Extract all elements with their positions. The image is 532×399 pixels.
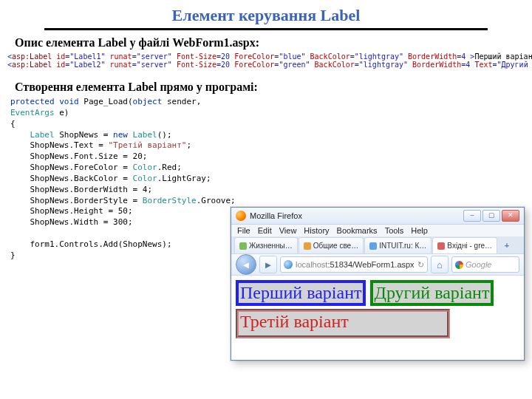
favicon-icon [437,242,445,250]
menu-tools[interactable]: Tools [385,226,404,235]
search-box[interactable]: Google [451,256,519,273]
menu-bookmarks[interactable]: Bookmarks [337,226,378,235]
tab-4[interactable]: Вхідні - gre… [432,237,497,253]
tab-strip: Жизненны… Общие све… INTUIT.ru: К… Вхідн… [231,237,524,254]
title-divider [44,28,488,30]
favicon-icon [304,242,311,250]
google-icon [455,261,463,269]
aspx-code-block: <asp:Label id="Label1" runat="server" Fo… [7,52,525,69]
window-title: Mozilla Firefox [250,211,463,220]
url-host: localhost [296,260,327,269]
section-csharp-creation: Створення елемента Label прямо у програм… [15,81,532,94]
label-second-variant: Другий варіант [370,280,494,306]
tab-1[interactable]: Жизненны… [234,237,298,253]
tab-label: INTUIT.ru: К… [379,242,426,250]
globe-icon [284,260,293,269]
window-titlebar[interactable]: Mozilla Firefox – ▢ ✕ [231,208,524,225]
slide-title: Елемент керування Label [0,6,532,25]
close-button[interactable]: ✕ [502,210,519,222]
search-placeholder: Google [466,260,491,269]
csharp-code-block: protected void Page_Load(object sender, … [10,97,232,262]
url-path: :51834/WebForm1.aspx [327,260,414,269]
maximize-button[interactable]: ▢ [482,210,500,222]
favicon-icon [239,242,247,250]
tab-label: Жизненны… [249,242,293,250]
label-third-variant: Третій варіант [236,309,450,338]
section-aspx-description: Опис елемента Label у файлі WebForm1.asp… [15,36,532,50]
menu-edit[interactable]: Edit [258,226,272,235]
back-button[interactable]: ◄ [236,254,256,275]
label-first-variant: Перший варіант [236,280,366,306]
forward-button[interactable]: ► [259,256,277,273]
favicon-icon [369,242,377,250]
aspx-line-2: <asp:Label id="Label2" runat="server" Fo… [7,61,525,69]
menu-bar: File Edit View History Bookmarks Tools H… [231,225,524,237]
tab-3[interactable]: INTUIT.ru: К… [364,237,432,253]
menu-help[interactable]: Help [411,226,428,235]
firefox-icon [236,211,246,221]
nav-toolbar: ◄ ► localhost:51834/WebForm1.aspx ↻ ☆ ⌂ … [231,254,524,276]
bookmark-star-icon[interactable]: ☆ [426,260,428,270]
address-bar[interactable]: localhost:51834/WebForm1.aspx ↻ ☆ [280,256,428,273]
tab-2[interactable]: Общие све… [299,237,364,253]
home-button[interactable]: ⌂ [431,256,449,273]
minimize-button[interactable]: – [463,210,481,222]
tab-label: Общие све… [313,242,358,250]
menu-file[interactable]: File [237,226,250,235]
browser-window: Mozilla Firefox – ▢ ✕ File Edit View His… [231,207,525,361]
new-tab-button[interactable]: + [501,237,513,253]
tab-label: Вхідні - gre… [447,242,492,250]
page-content: Перший варіант Другий варіант Третій вар… [231,276,524,343]
menu-history[interactable]: History [304,226,329,235]
menu-view[interactable]: View [279,226,297,235]
stop-reload-icon[interactable]: ↻ [417,260,424,270]
aspx-line-1: <asp:Label id="Label1" runat="server" Fo… [7,52,525,61]
